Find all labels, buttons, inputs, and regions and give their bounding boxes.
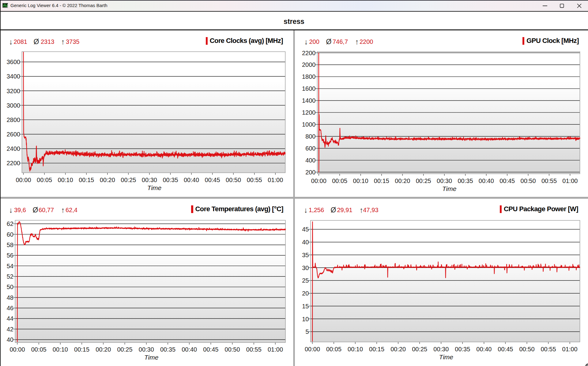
svg-text:44: 44 (7, 315, 13, 322)
svg-text:00:35: 00:35 (458, 177, 473, 184)
svg-text:2313: 2313 (41, 38, 55, 45)
svg-text:00:20: 00:20 (96, 346, 111, 353)
svg-text:40: 40 (7, 336, 13, 343)
svg-text:1200: 1200 (302, 109, 316, 116)
svg-text:↓: ↓ (9, 37, 13, 46)
svg-text:3200: 3200 (7, 88, 21, 94)
svg-text:746,7: 746,7 (333, 38, 348, 45)
svg-text:00:30: 00:30 (433, 346, 449, 353)
svg-text:00:20: 00:20 (395, 177, 410, 184)
svg-text:00:55: 00:55 (247, 177, 262, 183)
svg-text:48: 48 (7, 294, 13, 301)
svg-text:00:55: 00:55 (541, 346, 556, 353)
svg-text:58: 58 (7, 242, 13, 248)
svg-text:00:50: 00:50 (226, 177, 241, 183)
svg-text:2400: 2400 (7, 145, 21, 152)
svg-text:00:10: 00:10 (58, 177, 73, 183)
svg-text:Time: Time (439, 353, 453, 360)
svg-text:00:50: 00:50 (521, 177, 536, 184)
svg-text:60: 60 (7, 231, 13, 238)
svg-text:00:25: 00:25 (121, 177, 136, 183)
svg-text:Time: Time (144, 354, 158, 361)
svg-text:00:30: 00:30 (142, 177, 157, 183)
svg-text:00:25: 00:25 (416, 177, 431, 184)
svg-text:Ø: Ø (326, 38, 332, 46)
svg-text:1000: 1000 (302, 121, 316, 128)
svg-text:56: 56 (7, 252, 13, 259)
svg-text:62,4: 62,4 (66, 207, 77, 213)
svg-text:00:55: 00:55 (541, 177, 557, 184)
svg-text:00:50: 00:50 (225, 346, 240, 353)
svg-text:Ø: Ø (34, 38, 39, 46)
svg-text:2000: 2000 (302, 61, 316, 68)
svg-text:00:40: 00:40 (182, 346, 197, 353)
svg-text:00:45: 00:45 (498, 346, 513, 353)
svg-text:00:05: 00:05 (31, 346, 47, 353)
svg-text:1400: 1400 (302, 97, 316, 104)
svg-text:↑: ↑ (61, 206, 65, 214)
svg-text:2200: 2200 (7, 160, 21, 166)
svg-text:00:40: 00:40 (479, 177, 494, 184)
svg-text:45: 45 (302, 226, 309, 233)
svg-text:3735: 3735 (66, 38, 80, 45)
svg-text:00:35: 00:35 (455, 346, 470, 353)
svg-text:Time: Time (442, 185, 456, 192)
svg-text:↓: ↓ (304, 37, 308, 46)
svg-text:15: 15 (302, 303, 309, 310)
svg-text:00:35: 00:35 (160, 346, 175, 353)
svg-text:60,77: 60,77 (39, 207, 54, 213)
svg-text:00:15: 00:15 (374, 177, 389, 184)
svg-text:5: 5 (305, 328, 309, 335)
svg-text:54: 54 (7, 263, 13, 269)
svg-text:00:15: 00:15 (369, 346, 384, 353)
svg-text:00:30: 00:30 (437, 177, 452, 184)
svg-text:00:40: 00:40 (184, 177, 199, 183)
svg-text:29,91: 29,91 (337, 207, 352, 213)
svg-text:00:05: 00:05 (37, 177, 52, 183)
svg-text:00:20: 00:20 (100, 177, 115, 183)
svg-text:2600: 2600 (7, 131, 21, 138)
svg-text:00:15: 00:15 (79, 177, 94, 183)
svg-text:00:45: 00:45 (499, 177, 515, 184)
svg-text:20: 20 (302, 290, 309, 297)
svg-text:00:55: 00:55 (246, 346, 262, 353)
svg-text:00:50: 00:50 (519, 346, 534, 353)
svg-text:00:00: 00:00 (16, 177, 31, 183)
svg-text:01:00: 01:00 (268, 346, 283, 353)
svg-text:Ø: Ø (331, 206, 336, 214)
svg-text:50: 50 (7, 284, 13, 290)
svg-text:00:05: 00:05 (326, 346, 341, 353)
svg-text:↓: ↓ (304, 206, 308, 214)
svg-text:00:35: 00:35 (163, 177, 178, 183)
svg-text:2081: 2081 (14, 38, 28, 45)
svg-text:400: 400 (305, 157, 315, 164)
svg-text:39,6: 39,6 (14, 207, 26, 213)
svg-text:00:25: 00:25 (117, 346, 132, 353)
svg-text:3000: 3000 (7, 102, 21, 109)
svg-text:200: 200 (309, 38, 319, 45)
svg-text:52: 52 (7, 273, 13, 280)
svg-text:01:00: 01:00 (562, 177, 578, 184)
svg-text:↓: ↓ (9, 206, 13, 214)
svg-text:01:00: 01:00 (268, 177, 283, 183)
svg-text:↑: ↑ (355, 37, 359, 46)
svg-text:2200: 2200 (360, 38, 373, 45)
svg-text:00:45: 00:45 (203, 346, 218, 353)
svg-text:600: 600 (305, 145, 315, 152)
svg-text:3600: 3600 (7, 59, 21, 65)
svg-text:00:10: 00:10 (53, 346, 68, 353)
svg-text:00:05: 00:05 (332, 177, 347, 184)
svg-text:2200: 2200 (302, 50, 316, 56)
svg-text:10: 10 (302, 316, 309, 322)
svg-text:47,93: 47,93 (363, 207, 379, 213)
svg-text:00:20: 00:20 (390, 346, 406, 353)
svg-text:00:30: 00:30 (139, 346, 154, 353)
svg-text:1,256: 1,256 (309, 207, 324, 213)
svg-text:00:00: 00:00 (9, 346, 25, 353)
svg-text:01:00: 01:00 (562, 346, 578, 353)
svg-text:00:10: 00:10 (353, 177, 368, 184)
svg-text:↑: ↑ (61, 37, 65, 46)
svg-text:1600: 1600 (302, 85, 316, 92)
svg-text:Time: Time (147, 184, 161, 191)
svg-text:00:15: 00:15 (74, 346, 89, 353)
